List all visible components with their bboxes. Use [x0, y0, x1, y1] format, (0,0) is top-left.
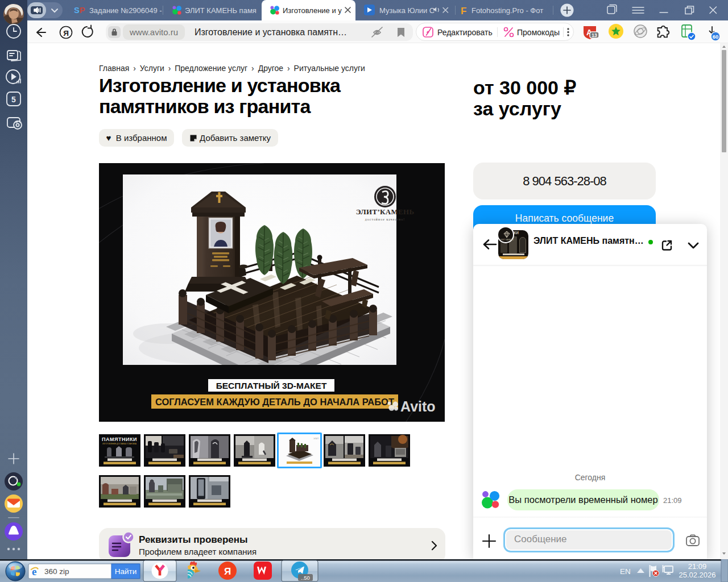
svg-text:F: F: [461, 6, 466, 16]
svg-text:25.02.2026: 25.02.2026: [679, 571, 715, 579]
svg-text:достойное качество!: достойное качество!: [365, 218, 406, 221]
svg-text:13: 13: [592, 32, 597, 38]
svg-text:ПАМЯТНИКИ: ПАМЯТНИКИ: [102, 436, 137, 442]
svg-text:Найти: Найти: [115, 567, 137, 576]
svg-text:360 zip: 360 zip: [44, 567, 69, 576]
svg-text:✦: ✦: [426, 30, 431, 35]
svg-text:СОГЛАСУЕМ КАЖДУЮ ДЕТАЛЬ ДО НАЧ: СОГЛАСУЕМ КАЖДУЮ ДЕТАЛЬ ДО НАЧАЛА РАБОТ: [155, 397, 394, 407]
svg-text:ЭЛИТ КАМЕНЬ: ЭЛИТ КАМЕНЬ: [500, 239, 514, 241]
svg-text:60: 60: [713, 34, 719, 40]
svg-text:Fotohosting.Pro - Фот: Fotohosting.Pro - Фот: [471, 6, 543, 15]
svg-text:EN: EN: [620, 567, 631, 576]
svg-text:ЭЛИТ КАМЕНЬ памя: ЭЛИТ КАМЕНЬ памя: [185, 6, 257, 15]
svg-text:Промокоды: Промокоды: [517, 28, 560, 37]
svg-text:БЕСПЛАТНЫЙ 3D-МАКЕТ: БЕСПЛАТНЫЙ 3D-МАКЕТ: [216, 381, 327, 390]
svg-text:Редактировать: Редактировать: [437, 28, 493, 37]
svg-text:SP: SP: [74, 6, 85, 15]
svg-text:21:09: 21:09: [688, 562, 707, 571]
svg-text:ЭЛИТ’КАМЕНЬ: ЭЛИТ’КАМЕНЬ: [356, 207, 415, 216]
svg-text:..50: ..50: [301, 575, 310, 581]
svg-text:Я: Я: [63, 29, 69, 38]
svg-text:ИЗГОТОВЛЕНИЕ ДОСТАВКА УСТАНО: ИЗГОТОВЛЕНИЕ ДОСТАВКА УСТАНОВКА: [102, 443, 136, 445]
svg-text:Музыка Юлии С: Музыка Юлии С: [379, 6, 435, 15]
svg-text:Avito: Avito: [400, 398, 436, 414]
svg-text:Изготовление и у: Изготовление и у: [283, 6, 342, 15]
svg-text:Задание №2906049 -: Задание №2906049 -: [89, 6, 162, 15]
svg-text:5: 5: [11, 95, 16, 104]
svg-text:Я: Я: [224, 566, 231, 577]
